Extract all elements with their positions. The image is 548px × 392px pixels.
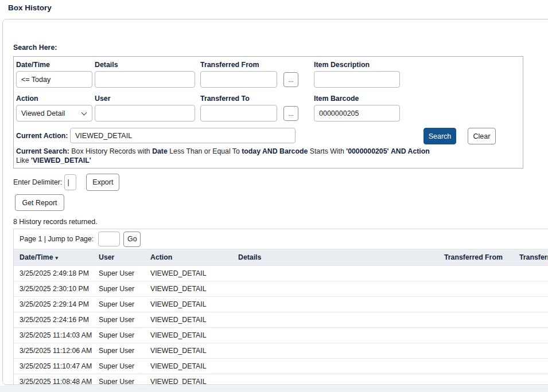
table-body: 3/25/2025 2:49:18 PMSuper UserVIEWED_DET… — [14, 266, 548, 386]
table-cell — [438, 297, 514, 312]
table-cell: 3/25/2025 11:14:03 AM — [14, 328, 93, 343]
table-cell: 3/25/2025 11:08:48 AM — [14, 374, 93, 386]
clear-button[interactable]: Clear — [468, 128, 496, 144]
jump-to-page-input[interactable] — [98, 232, 120, 246]
table-cell — [514, 266, 548, 281]
table-row[interactable]: 3/25/2025 2:24:16 PMSuper UserVIEWED_DET… — [14, 312, 548, 328]
table-row[interactable]: 3/25/2025 11:08:48 AMSuper UserVIEWED_DE… — [14, 374, 548, 386]
table-cell — [232, 266, 438, 281]
table-cell: VIEWED_DETAIL — [145, 281, 232, 297]
item-description-label: Item Description — [314, 61, 370, 69]
chevron-down-icon — [81, 109, 87, 115]
search-panel: Date/Time Details Transferred From Item … — [13, 56, 523, 168]
table-cell — [232, 374, 438, 386]
table-cell: VIEWED_DETAIL — [145, 343, 232, 359]
column-header-user[interactable]: User — [93, 249, 145, 266]
user-input[interactable] — [95, 105, 195, 121]
transferred-from-browse-button[interactable]: ... — [283, 72, 298, 87]
table-cell — [232, 297, 438, 312]
user-label: User — [95, 95, 111, 103]
search-button[interactable]: Search — [423, 128, 456, 144]
table-cell: 3/25/2025 11:12:06 AM — [14, 343, 93, 359]
action-select-value: Viewed Detail — [21, 109, 65, 117]
table-cell: VIEWED_DETAIL — [145, 297, 232, 312]
action-label: Action — [16, 95, 38, 103]
table-cell — [438, 343, 514, 359]
table-cell: Super User — [93, 281, 145, 297]
table-cell — [232, 343, 438, 359]
table-cell — [232, 359, 438, 374]
table-cell — [514, 359, 548, 374]
table-cell: 3/25/2025 2:49:18 PM — [14, 266, 93, 281]
table-cell — [514, 312, 548, 328]
table-cell: Super User — [93, 374, 145, 386]
item-barcode-input[interactable] — [314, 105, 400, 121]
get-report-button[interactable]: Get Report — [15, 194, 64, 211]
table-cell: 3/25/2025 2:24:16 PM — [14, 312, 93, 328]
table-cell — [514, 281, 548, 297]
column-header-action[interactable]: Action — [145, 249, 232, 266]
datetime-input[interactable] — [16, 71, 92, 88]
table-cell: Super User — [93, 312, 145, 328]
item-description-input[interactable] — [314, 71, 400, 88]
table-row[interactable]: 3/25/2025 2:29:14 PMSuper UserVIEWED_DET… — [14, 297, 548, 312]
table-cell — [232, 312, 438, 328]
table-cell — [438, 374, 514, 386]
transferred-to-input[interactable] — [200, 105, 277, 121]
table-cell — [438, 328, 514, 343]
transferred-to-browse-button[interactable]: ... — [283, 106, 298, 121]
table-row[interactable]: 3/25/2025 2:49:18 PMSuper UserVIEWED_DET… — [14, 266, 548, 281]
table-cell — [438, 359, 514, 374]
table-cell: 3/25/2025 11:10:47 AM — [14, 359, 93, 374]
content-card: Search Here: Date/Time Details Transferr… — [2, 19, 548, 385]
page-title: Box History — [8, 3, 52, 12]
column-header-transferred-from[interactable]: Transferred From — [438, 249, 514, 266]
table-cell: Super User — [93, 343, 145, 359]
column-header-label: Date/Time — [20, 253, 53, 261]
table-cell — [438, 312, 514, 328]
export-button[interactable]: Export — [86, 174, 119, 191]
table-cell — [514, 297, 548, 312]
sort-desc-icon: ▾ — [56, 255, 59, 261]
table-cell — [438, 281, 514, 297]
column-header-transferred-to[interactable]: Transferred To — [514, 249, 548, 266]
pagination-bar: Page 1 | Jump to Page: Go — [14, 229, 548, 249]
table-row[interactable]: 3/25/2025 11:10:47 AMSuper UserVIEWED_DE… — [14, 359, 548, 374]
table-cell — [438, 266, 514, 281]
column-header-datetime[interactable]: Date/Time▾ — [14, 249, 93, 266]
table-cell: 3/25/2025 2:30:10 PM — [14, 281, 93, 297]
table-cell: VIEWED_DETAIL — [145, 374, 232, 386]
table-row[interactable]: 3/25/2025 11:12:06 AMSuper UserVIEWED_DE… — [14, 343, 548, 359]
table-cell — [514, 343, 548, 359]
table-row[interactable]: 3/25/2025 11:14:03 AMSuper UserVIEWED_DE… — [14, 328, 548, 343]
transferred-from-label: Transferred From — [200, 61, 259, 69]
history-table: Date/Time▾ User Action Details Transferr… — [14, 249, 548, 385]
top-bar: Box History — [0, 0, 548, 19]
search-here-label: Search Here: — [13, 44, 57, 52]
column-header-details[interactable]: Details — [232, 249, 438, 266]
page-info: Page 1 | Jump to Page: — [20, 235, 94, 243]
table-cell — [514, 328, 548, 343]
transferred-to-label: Transferred To — [200, 95, 250, 103]
table-row[interactable]: 3/25/2025 2:30:10 PMSuper UserVIEWED_DET… — [14, 281, 548, 297]
table-cell: 3/25/2025 2:29:14 PM — [14, 297, 93, 312]
table-header-row: Date/Time▾ User Action Details Transferr… — [14, 249, 548, 266]
delimiter-input[interactable] — [64, 174, 76, 190]
datetime-label: Date/Time — [16, 61, 50, 69]
details-input[interactable] — [95, 71, 195, 88]
item-barcode-label: Item Barcode — [314, 95, 359, 103]
table-cell — [232, 281, 438, 297]
table-cell — [514, 374, 548, 386]
transferred-from-input[interactable] — [200, 71, 277, 88]
table-cell: Super User — [93, 297, 145, 312]
go-button[interactable]: Go — [123, 232, 141, 247]
table-cell: Super User — [93, 359, 145, 374]
table-cell — [232, 328, 438, 343]
table-cell: VIEWED_DETAIL — [145, 312, 232, 328]
table-cell: Super User — [93, 266, 145, 281]
action-select[interactable]: Viewed Detail — [16, 105, 92, 121]
results-table-container: Page 1 | Jump to Page: Go Date/Time▾ Use… — [13, 229, 548, 385]
table-cell: VIEWED_DETAIL — [145, 359, 232, 374]
export-row: Enter Delimiter: Export — [13, 174, 119, 191]
current-action-input[interactable] — [70, 128, 296, 143]
